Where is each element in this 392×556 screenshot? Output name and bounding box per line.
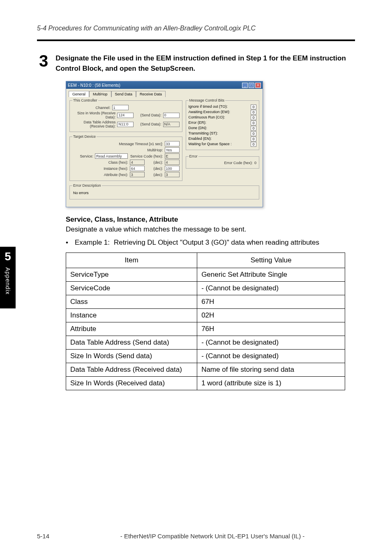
tab-multihop[interactable]: MultiHop [89,91,111,97]
window-controls: _ □ × [242,83,261,88]
error-code-value: 0 [254,161,256,165]
header-rule [37,39,355,41]
bullet-icon: • [66,239,71,247]
bit-label: Enabled (EN): [189,137,212,141]
maximize-icon[interactable]: □ [249,83,254,88]
bit-value[interactable]: 0 [251,115,256,120]
dialog-body: This Controller Channel:1 Size in Words … [66,97,263,207]
attribute-dec-field: 3 [165,172,180,177]
control-bit-row: Transmitting (ST):0 [189,131,256,136]
control-bit-row: Waiting for Queue Space :0 [189,142,256,147]
page: 5-4 Procedures for Communicating with an… [0,0,392,556]
channel-field[interactable]: 1 [112,105,129,110]
bit-label: Done (DN): [189,126,208,131]
cell-value: 67H [197,295,345,309]
page-number: 5-14 [37,533,49,540]
tab-general[interactable]: General [69,91,89,97]
bit-label: Error (ER): [189,120,207,125]
control-bit-row: Continuous Run (CO):0 [189,115,256,120]
sub-heading: Service, Class, Instance, Attribute [66,215,355,224]
bit-label: Waiting for Queue Space : [189,142,232,147]
tab-send-data[interactable]: Send Data [111,91,136,97]
class-dec-label: (dec): [146,160,163,164]
embedded-screenshot: EEM - N10:0 : (58 Elements) _ □ × Genera… [66,81,355,207]
chapter-number: 5 [5,250,11,263]
column-header-item: Item [66,253,197,268]
instance-dec-field[interactable]: 100 [165,166,180,171]
close-icon[interactable]: × [255,83,261,88]
bit-label: Awaiting Execution (EW): [189,110,230,115]
settings-table-wrap: Item Setting Value ServiceTypeGeneric Se… [66,253,345,390]
service-field[interactable]: Read Assembly [95,153,128,159]
attribute-hex-label: Attribute (hex): [72,173,128,177]
table-row: ServiceCode- (Cannot be designated) [66,282,345,295]
bit-value[interactable]: 0 [251,126,256,131]
bit-label: Ignore if timed out (TO): [189,104,228,109]
this-controller-group: This Controller Channel:1 Size in Words … [69,98,182,132]
footer-title: - EtherNet/IP Compatible Network Unit DL… [70,533,355,540]
table-row: Data Table Address (Received data)Name o… [66,363,345,377]
attribute-dec-label: (dec): [146,173,163,177]
control-bit-row: Awaiting Execution (EW):0 [189,110,256,115]
table-row: Size In Words (Send data)- (Cannot be de… [66,350,345,363]
cell-item: Attribute [66,322,197,336]
control-bit-row: Error (ER):0 [189,120,256,125]
cell-item: Size In Words (Received data) [66,377,197,390]
instance-hex-field[interactable]: 64 [130,166,145,171]
table-row: Attribute76H [66,322,345,336]
send1-field[interactable]: 0 [163,113,180,118]
example-bullet: • Example 1: Retrieving DL Object "Outpu… [66,239,355,247]
group-legend: This Controller [72,98,98,102]
service-code-field: E [165,153,180,159]
cell-value: - (Cannot be designated) [197,336,345,350]
cell-item: Data Table Address (Send data) [66,336,197,350]
step-block: 3 Designate the File used in the EEM ins… [39,53,355,74]
page-footer: 5-14 - EtherNet/IP Compatible Network Un… [37,533,355,540]
multihop-label: MultiHop: [72,148,163,152]
group-legend: Error [189,154,198,158]
minimize-icon[interactable]: _ [242,83,248,88]
error-code-label: Error Code (hex): [189,161,253,165]
cell-item: Instance [66,309,197,322]
instance-dec-label: (dec): [146,167,163,171]
dta-recv-label: Data Table Address (Receive Data): [72,120,115,128]
settings-table: Item Setting Value ServiceTypeGeneric Se… [66,253,345,390]
cell-item: ServiceType [66,268,197,282]
class-hex-field: 4 [130,160,145,165]
send2-field: N/A [163,122,180,127]
bit-value[interactable]: 0 [251,131,256,136]
msg-timeout-field[interactable]: 33 [165,141,180,146]
table-row: Size In Words (Received data)1 word (att… [66,377,345,390]
cell-value: 1 word (attribute size is 1) [197,377,345,390]
error-group: Error Error Code (hex):0 [186,154,259,169]
class-hex-label: Class (hex): [72,160,128,164]
cell-value: Name of file storing send data [197,363,345,377]
bit-value[interactable]: 0 [251,142,256,147]
body-text: Designate a value which matches the mess… [66,225,355,234]
control-bit-row: Ignore if timed out (TO):0 [189,104,256,109]
target-device-group: Target Device Message Timeout [x1 sec]:3… [69,134,182,181]
cell-value: 02H [197,309,345,322]
channel-label: Channel: [72,106,111,110]
cell-value: Generic Set Attribute Single [197,268,345,282]
example-text: Retrieving DL Object "Output 3 (GO)" dat… [114,239,319,247]
step-text: Designate the File used in the EEM instr… [55,53,355,74]
group-legend: Message Control Bits [189,98,226,102]
dialog-window: EEM - N10:0 : (58 Elements) _ □ × Genera… [66,81,263,207]
bit-value[interactable]: 0 [251,120,256,125]
bit-value[interactable]: 0 [251,110,256,115]
multihop-field[interactable]: Yes [165,147,180,153]
tab-receive-data[interactable]: Receive Data [136,91,166,97]
send2-label: (Send Data): [135,122,161,126]
bit-label: Continuous Run (CO): [189,115,225,120]
error-description-text: No errors [72,189,256,197]
size-recv-field[interactable]: 124 [117,113,134,118]
step-number: 3 [39,53,48,69]
send1-label: (Send Data): [135,113,161,117]
bit-value[interactable]: 0 [251,104,256,109]
dta-recv-field[interactable]: N11:0 [117,122,134,127]
table-row: ServiceTypeGeneric Set Attribute Single [66,268,345,282]
bit-value[interactable]: 0 [251,137,256,141]
cell-value: 76H [197,322,345,336]
cell-value: - (Cannot be designated) [197,350,345,363]
